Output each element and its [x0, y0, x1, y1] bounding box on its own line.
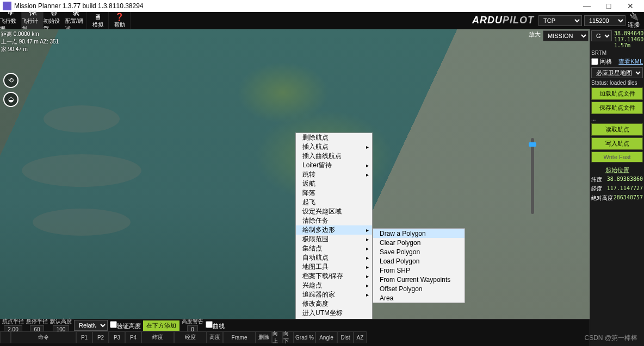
ctx-item[interactable]: 返航 [296, 179, 372, 188]
wp-col-header[interactable] [0, 331, 11, 343]
protocol-select[interactable]: TCP [538, 15, 582, 26]
ctx-item[interactable]: 绘制多边形 [296, 225, 372, 235]
ctx-sub-item[interactable]: From SHP [373, 266, 465, 275]
ctx-item[interactable]: 插入曲线航点 [296, 152, 372, 161]
ctx-item[interactable]: 删除航点 [296, 133, 372, 142]
wp-col-header[interactable]: P3 [109, 331, 125, 343]
tab-help[interactable]: ❓帮助 [109, 12, 131, 29]
cursor-alt: 1.57m [613, 42, 644, 48]
tab-initial-setup[interactable]: ⚙初始设置 [44, 12, 65, 29]
gear-icon: ⚙ [51, 9, 58, 17]
ctx-sub-item[interactable]: Draw a Polygon [373, 229, 465, 238]
coord-format-select[interactable]: GEO [591, 30, 612, 41]
connect-button[interactable]: 🔌连接 [626, 12, 642, 29]
waypoint-panel: 航点半径2.00 悬停半径60 默认高度100 Relative 验证高度 在下… [0, 319, 590, 346]
map-source-select[interactable]: 必应卫星地图 [591, 67, 643, 78]
zoom-label: 放大 [529, 30, 541, 39]
monitor-icon: 🖥 [94, 12, 102, 21]
slider-thumb[interactable] [529, 142, 536, 147]
map-canvas[interactable]: 距离 0.0000 km上一点 90.47 m AZ: 351家 90.47 m… [0, 29, 590, 346]
telemetry-overlay: 距离 0.0000 km上一点 90.47 m AZ: 351家 90.47 m [1, 30, 59, 53]
cursor-lat: 38.8946402 [613, 30, 644, 36]
ctx-sub-item[interactable]: Offset Polygon [373, 284, 465, 293]
tab-flight-plan[interactable]: 🗺飞行计划 [22, 12, 44, 29]
wp-col-header[interactable]: 向上 [272, 331, 283, 343]
ctx-item[interactable]: 进入UTM坐标 [296, 309, 372, 318]
minimize-button[interactable]: — [576, 2, 598, 10]
ctx-item[interactable]: 跳转 [296, 170, 372, 179]
tune-icon: 🛠 [72, 9, 80, 17]
view-kml-link[interactable]: 查看KML [618, 58, 643, 66]
ctx-item[interactable]: 档案下载/保存 [296, 272, 372, 281]
ctx-item[interactable]: 兴趣点 [296, 281, 372, 290]
zoom-slider[interactable] [531, 138, 534, 214]
save-wpfile-button[interactable]: 保存航点文件 [591, 102, 643, 114]
context-menu-polygon: Draw a PolygonClear PolygonSave PolygonL… [373, 228, 465, 303]
ctx-sub-item[interactable]: Load Polygon [373, 256, 465, 266]
wp-col-header[interactable]: P2 [92, 331, 109, 343]
alt-mode-select[interactable]: Relative [74, 320, 108, 331]
read-wp-button[interactable]: 读取航点 [591, 123, 643, 136]
ctx-sub-item[interactable]: Clear Polygon [373, 238, 465, 247]
wp-col-header[interactable]: 删除 [256, 331, 272, 343]
help-icon: ❓ [115, 12, 124, 21]
map-icon: 🗺 [29, 9, 36, 17]
ctx-item[interactable]: 极限范围 [296, 235, 372, 244]
write-fast-button[interactable]: Write Fast [591, 152, 643, 162]
write-wp-button[interactable]: 写入航点 [591, 137, 643, 150]
ctx-item[interactable]: 降落 [296, 188, 372, 198]
srtm-label: SRTM [591, 50, 643, 56]
context-menu-main: 删除航点插入航点插入曲线航点Loiter留待跳转返航降落起飞设定兴趣区域清除任务… [295, 133, 373, 346]
ctx-sub-item[interactable]: Save Polygon [373, 247, 465, 256]
wp-col-header[interactable]: Frame [223, 331, 256, 343]
home-lat: 38.89383860 [607, 176, 643, 184]
watermark: CSDN @第一棒棒 [584, 334, 637, 343]
ctx-item[interactable]: 地图工具 [296, 262, 372, 272]
titlebar: Mission Planner 1.3.77 build 1.3.8110.38… [0, 0, 644, 12]
ctx-item[interactable]: 集结点 [296, 244, 372, 253]
close-button[interactable]: ✕ [620, 2, 641, 10]
home-alt: 286340757 [614, 194, 643, 202]
spline-checkbox[interactable] [206, 321, 213, 328]
verify-height-checkbox[interactable] [110, 321, 117, 328]
wp-col-header[interactable]: Angle [315, 331, 337, 343]
maximize-button[interactable]: □ [598, 2, 620, 10]
wp-col-header[interactable]: Dist [337, 331, 354, 343]
wp-col-header[interactable]: 向下 [283, 331, 294, 343]
home-lon: 117.1147727 [607, 185, 643, 193]
wp-col-header[interactable]: AZ [354, 331, 367, 343]
orbit-control[interactable]: ◒ [3, 92, 18, 107]
ctx-item[interactable]: 自动航点 [296, 253, 372, 262]
ctx-item[interactable]: 起飞 [296, 198, 372, 207]
main-toolbar: ✈飞行数据 🗺飞行计划 ⚙初始设置 🛠配置/调试 🖥模拟 ❓帮助 ARDUPIL… [0, 12, 644, 29]
mission-type-select[interactable]: MISSION [543, 30, 589, 41]
add-below-button[interactable]: 在下方添加 [143, 320, 179, 331]
ctx-sub-item[interactable]: From Current Waypoints [373, 275, 465, 284]
ctx-item[interactable]: 追踪器的家 [296, 290, 372, 299]
load-wpfile-button[interactable]: 加载航点文件 [591, 87, 643, 100]
ctx-item[interactable]: 设定兴趣区域 [296, 207, 372, 216]
tab-simulation[interactable]: 🖥模拟 [87, 12, 109, 29]
plane-icon: ✈ [8, 9, 14, 17]
wp-col-header[interactable]: 纬度 [141, 331, 174, 343]
grid-checkbox[interactable] [591, 58, 598, 65]
wp-col-header[interactable]: Grad % [294, 331, 315, 343]
ctx-item[interactable]: 清除任务 [296, 216, 372, 225]
tab-config[interactable]: 🛠配置/调试 [65, 12, 87, 29]
wp-col-header[interactable]: 命令 [11, 331, 76, 343]
wp-col-header[interactable]: 高度 [207, 331, 223, 343]
rotate-control[interactable]: ⟲ [3, 73, 18, 88]
tab-flight-data[interactable]: ✈飞行数据 [0, 12, 22, 29]
waypoint-table-header: 命令P1P2P3P4纬度经度高度Frame删除向上向下Grad %AngleDi… [0, 331, 590, 343]
home-header: 起始位置 [591, 166, 643, 174]
plug-icon: 🔌 [629, 12, 639, 21]
ctx-item[interactable]: 修改高度 [296, 299, 372, 309]
ctx-sub-item[interactable]: Area [373, 293, 465, 303]
baud-select[interactable]: 115200 [584, 15, 626, 26]
ctx-item[interactable]: 插入航点 [296, 142, 372, 152]
wp-col-header[interactable]: 经度 [174, 331, 207, 343]
wp-col-header[interactable]: P4 [125, 331, 141, 343]
ardupilot-logo: ARDUPILOT [472, 15, 534, 26]
wp-col-header[interactable]: P1 [76, 331, 92, 343]
ctx-item[interactable]: Loiter留待 [296, 161, 372, 170]
